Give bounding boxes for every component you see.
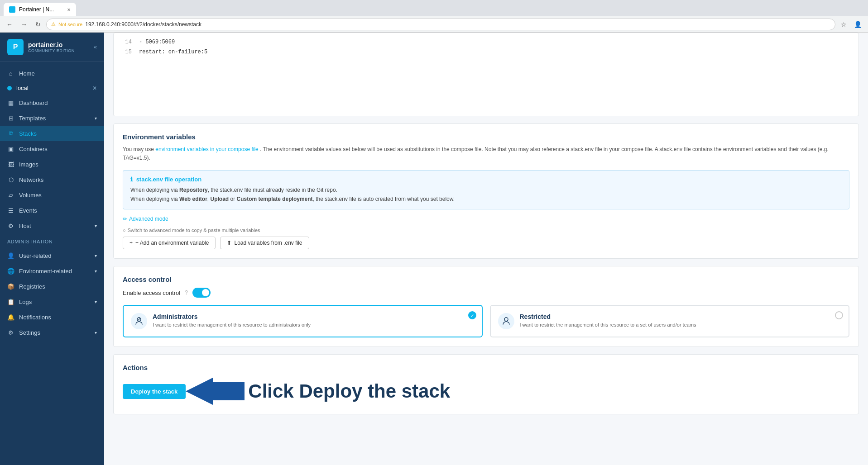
address-bar[interactable]: ⚠ Not secure 192.168.0.240:9000/#/2/dock… (46, 19, 835, 30)
admin-section-label: Administration (0, 235, 104, 248)
sidebar-item-host[interactable]: ⚙ Host ▾ (0, 218, 104, 233)
advanced-mode-label: Advanced mode (129, 216, 168, 222)
sidebar-item-volumes[interactable]: ▱ Volumes (0, 187, 104, 203)
networks-icon: ⬡ (7, 176, 14, 183)
line-content-14: - 5069:5069 (139, 38, 175, 47)
tab-favicon (9, 6, 15, 13)
line-content-15: restart: on-failure:5 (139, 47, 207, 57)
volumes-icon: ▱ (7, 191, 14, 199)
info-webeditor-bold: Web editor (179, 196, 207, 202)
sidebar-item-events[interactable]: ☰ Events (0, 203, 104, 218)
nav-label-home: Home (19, 70, 35, 77)
url-display: 192.168.0.240:9000/#/2/docker/stacks/new… (85, 21, 201, 28)
sidebar-logo: P portainer.io COMMUNITY EDITION « (0, 33, 104, 62)
line-number-14: 14 (121, 38, 132, 47)
load-vars-button[interactable]: ⬆ Load variables from .env file (220, 237, 309, 249)
logs-icon: 📋 (7, 298, 14, 305)
access-control-toggle[interactable] (192, 288, 211, 298)
sidebar-item-images[interactable]: 🖼 Images (0, 157, 104, 172)
nav-label-containers: Containers (19, 146, 48, 152)
sidebar-item-dashboard[interactable]: ▦ Dashboard (0, 95, 104, 110)
restricted-icon (498, 313, 514, 329)
stacks-icon: ⧉ (7, 130, 14, 137)
add-env-var-label: + Add an environment variable (135, 240, 209, 246)
dashboard-icon: ▦ (7, 99, 14, 106)
tab-close-button[interactable]: ✕ (67, 7, 71, 12)
templates-icon: ⊞ (7, 114, 14, 122)
sidebar-item-templates[interactable]: ⊞ Templates ▾ (0, 110, 104, 126)
env-vars-description: You may use environment variables in you… (123, 145, 849, 162)
logo-name: portainer.io (28, 41, 75, 48)
sidebar-collapse-button[interactable]: « (94, 44, 97, 50)
deploy-stack-button[interactable]: Deploy the stack (123, 384, 186, 399)
info-upload-bold: Upload (211, 196, 229, 202)
access-control-title: Access control (123, 275, 849, 283)
code-spacer (121, 57, 851, 111)
code-editor-area[interactable]: 14 - 5069:5069 15 restart: on-failure:5 (113, 33, 859, 116)
enable-access-label: Enable access control (123, 289, 180, 296)
nav-label-stacks: Stacks (19, 130, 37, 137)
sidebar-item-networks[interactable]: ⬡ Networks (0, 172, 104, 187)
nav-label-networks: Networks (19, 176, 43, 183)
svg-point-2 (504, 318, 508, 321)
env-section[interactable]: local ✕ (0, 81, 104, 95)
sidebar-nav: ⌂ Home local ✕ ▦ Dashboard ⊞ Templates ▾ (0, 62, 104, 465)
env-dot (7, 86, 12, 90)
sidebar-item-logs[interactable]: 📋 Logs ▾ (0, 294, 104, 309)
sidebar-item-notifications[interactable]: 🔔 Notifications (0, 309, 104, 325)
toggle-slider (192, 288, 211, 298)
env-close-button[interactable]: ✕ (92, 85, 97, 91)
sidebar-item-user-related[interactable]: 👤 User-related ▾ (0, 248, 104, 263)
nav-label-user-related: User-related (19, 252, 52, 259)
env-vars-link[interactable]: environment variables in your compose fi… (155, 146, 258, 152)
help-icon: ? (185, 289, 188, 296)
edit-icon: ✏ (123, 216, 127, 222)
line-number-15: 15 (121, 47, 132, 57)
sidebar: P portainer.io COMMUNITY EDITION « ⌂ Hom… (0, 33, 104, 465)
security-label: Not secure (58, 22, 82, 27)
access-cards-container: Administrators I want to restrict the ma… (123, 305, 849, 337)
administrators-title: Administrators (153, 313, 475, 320)
advanced-mode-toggle[interactable]: ✏ Advanced mode (123, 216, 168, 222)
mode-switch-row: ✏ Advanced mode (123, 216, 849, 222)
env-vars-buttons: + + Add an environment variable ⬆ Load v… (123, 237, 849, 249)
add-env-var-button[interactable]: + + Add an environment variable (123, 237, 216, 249)
info-icon: ℹ (130, 176, 133, 183)
reload-button[interactable]: ↻ (33, 19, 43, 30)
sidebar-item-stacks[interactable]: ⧉ Stacks (0, 126, 104, 141)
actions-section: Actions Deploy the stack Click Deploy (113, 354, 859, 414)
hint-icon: ○ (123, 228, 126, 233)
nav-label-host: Host (19, 223, 31, 229)
actions-title: Actions (123, 364, 849, 371)
sidebar-item-environment-related[interactable]: 🌐 Environment-related ▾ (0, 263, 104, 279)
host-icon: ⚙ (7, 222, 14, 229)
forward-button[interactable]: → (18, 19, 30, 30)
active-tab[interactable]: Portainer | N... ✕ (4, 3, 76, 16)
env-name: local (16, 85, 88, 91)
back-button[interactable]: ← (4, 19, 15, 30)
sidebar-item-containers[interactable]: ▣ Containers (0, 141, 104, 157)
bookmark-button[interactable]: ☆ (838, 19, 849, 30)
chevron-down-icon-env: ▾ (95, 269, 97, 274)
svg-marker-4 (186, 378, 245, 405)
access-card-administrators[interactable]: Administrators I want to restrict the ma… (123, 305, 483, 337)
sidebar-item-registries[interactable]: 📦 Registries (0, 279, 104, 294)
sidebar-item-home[interactable]: ⌂ Home (0, 66, 104, 81)
profile-button[interactable]: 👤 (851, 19, 864, 30)
info-box-text: When deploying via Repository, the stack… (130, 185, 842, 204)
restricted-radio (835, 311, 843, 319)
browser-toolbar: ← → ↻ ⚠ Not secure 192.168.0.240:9000/#/… (0, 16, 868, 33)
sidebar-item-settings[interactable]: ⚙ Settings ▾ (0, 325, 104, 340)
events-icon: ☰ (7, 207, 14, 214)
security-icon: ⚠ (51, 21, 56, 27)
nav-label-images: Images (19, 161, 38, 168)
browser-chrome: Portainer | N... ✕ ← → ↻ ⚠ Not secure 19… (0, 0, 868, 33)
svg-line-1 (138, 318, 140, 320)
administrators-info: Administrators I want to restrict the ma… (153, 313, 475, 327)
access-card-restricted[interactable]: Restricted I want to restrict the manage… (490, 305, 850, 337)
logo-text-block: portainer.io COMMUNITY EDITION (28, 41, 75, 53)
nav-label-volumes: Volumes (19, 192, 42, 199)
administrators-desc: I want to restrict the management of thi… (153, 322, 475, 327)
logo-icon: P (7, 39, 24, 55)
nav-label-registries: Registries (19, 283, 45, 290)
